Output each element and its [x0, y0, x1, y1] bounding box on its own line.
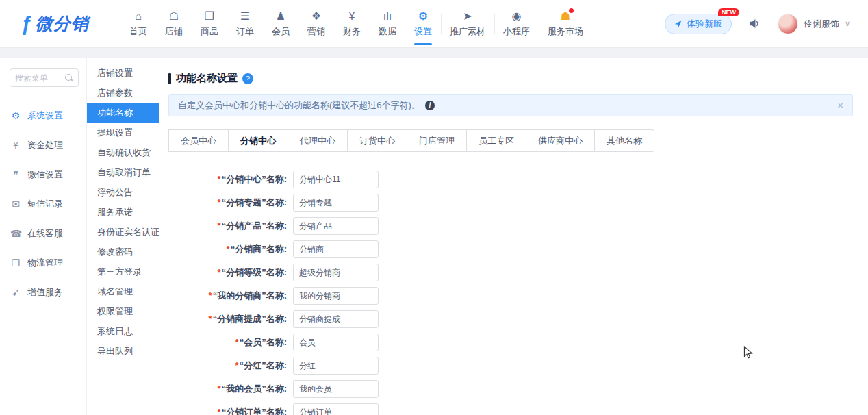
field-input[interactable] — [293, 194, 379, 212]
field-label: *“分销专题”名称: — [168, 197, 293, 209]
members-icon: ♟ — [276, 10, 285, 23]
field-label: *“分销商”名称: — [168, 243, 293, 255]
gear-icon: ⚙ — [10, 110, 21, 121]
field-input[interactable] — [293, 310, 379, 328]
announcement-speaker-icon[interactable] — [748, 18, 761, 29]
submenu-item[interactable]: 导出队列 — [87, 341, 159, 361]
shop-icon: ☖ — [169, 10, 179, 23]
menu-search-box[interactable] — [10, 68, 79, 87]
tab[interactable]: 其他名称 — [594, 129, 654, 152]
field-input[interactable] — [293, 217, 379, 235]
submenu-item[interactable]: 身份证实名认证 — [87, 222, 159, 242]
sidebar-item[interactable]: ☎ 在线客服 — [0, 218, 86, 248]
tab[interactable]: 供应商中心 — [526, 129, 595, 152]
sidebar-item[interactable]: ❐ 物流管理 — [0, 248, 86, 277]
field-input[interactable] — [293, 240, 379, 258]
app-logo[interactable]: ƒ 微分销 — [21, 0, 118, 47]
name-settings-form: *“分销中心”名称: *“分销专题”名称: *“分销产品”名称: *“分销商”名… — [168, 171, 853, 415]
submenu-item[interactable]: 功能名称 — [87, 103, 159, 123]
nav-item[interactable]: ➤ 推广素材 — [441, 0, 494, 47]
nav-item[interactable]: ☰ 订单 — [227, 0, 263, 47]
close-icon[interactable]: × — [837, 99, 843, 111]
field-label-text: “分销专题”名称: — [222, 197, 287, 208]
nav-item[interactable]: ❖ 营销 — [298, 0, 334, 47]
submenu-item-label: 系统日志 — [97, 326, 133, 336]
nav-item[interactable]: ❒ 商品 — [192, 0, 227, 47]
field-label-text: “分销中心”名称: — [222, 174, 287, 184]
nav-item[interactable]: ◉ 小程序 — [494, 0, 539, 47]
sidebar-item[interactable]: ➹ 增值服务 — [0, 277, 86, 307]
nav-item[interactable]: ¥ 财务 — [334, 0, 370, 47]
funds-icon: ¥ — [10, 140, 21, 151]
tab[interactable]: 员工专区 — [466, 129, 526, 152]
nav-item[interactable]: ılı 数据 — [370, 0, 405, 47]
required-mark: * — [235, 360, 239, 370]
field-input[interactable] — [293, 334, 379, 351]
field-label-text: “分销等级”名称: — [222, 267, 287, 277]
sidebar-menu: ⚙ 系统设置 ¥ 资金处理 ❞ 微信设置 ✉ 短信记录 — [0, 101, 86, 307]
submenu-item[interactable]: 服务承诺 — [87, 202, 159, 222]
nav-item[interactable]: ⌂ 首页 — [120, 0, 156, 47]
nav-item[interactable]: ♟ 会员 — [263, 0, 298, 47]
submenu-item[interactable]: 店铺参数 — [87, 83, 159, 103]
info-icon[interactable]: i — [425, 101, 435, 110]
field-input[interactable] — [293, 171, 379, 188]
field-label: *“分销产品”名称: — [168, 220, 293, 232]
nav-item[interactable]: ⚙ 设置 — [405, 0, 441, 47]
info-banner: 自定义会员中心和分销中心的功能名称(建议不超过6个字符)。 i × — [168, 94, 853, 116]
topbar-right: 体验新版 NEW 伶俐服饰 ∨ — [665, 0, 850, 47]
submenu-item-label: 浮动公告 — [97, 187, 133, 197]
submenu-item[interactable]: 系统日志 — [87, 321, 159, 341]
field-label-text: “分红”名称: — [240, 360, 287, 370]
required-mark: * — [227, 244, 230, 254]
field-input[interactable] — [293, 380, 379, 398]
submenu-item[interactable]: 修改密码 — [87, 242, 159, 262]
field-label: *“分销等级”名称: — [168, 266, 293, 279]
submenu-item[interactable]: 自动取消订单 — [87, 162, 159, 182]
sidebar-item[interactable]: ⚙ 系统设置 — [0, 101, 86, 130]
sidebar-item[interactable]: ✉ 短信记录 — [0, 189, 86, 218]
field-input[interactable] — [293, 357, 379, 375]
user-menu[interactable]: 伶俐服饰 ∨ — [778, 14, 850, 34]
required-mark: * — [209, 290, 212, 301]
field-input[interactable] — [293, 287, 379, 305]
tab[interactable]: 订货中心 — [347, 129, 407, 152]
submenu-item-label: 身份证实名认证 — [97, 227, 159, 237]
nav-item[interactable]: ☗ 服务市场 — [539, 0, 592, 47]
tab-label: 门店管理 — [419, 136, 455, 146]
nav-item[interactable]: ☖ 店铺 — [156, 0, 192, 47]
tab-label: 供应商中心 — [538, 136, 583, 146]
submenu-item[interactable]: 自动确认收货 — [87, 142, 159, 162]
help-icon[interactable]: ? — [242, 73, 253, 84]
finance-icon: ¥ — [349, 10, 355, 23]
field-input[interactable] — [293, 403, 379, 415]
required-mark: * — [218, 197, 221, 208]
try-new-version-button[interactable]: 体验新版 NEW — [665, 14, 732, 34]
nav-item-label: 服务市场 — [548, 25, 583, 38]
field-label: *“我的会员”名称: — [168, 383, 293, 395]
submenu-item[interactable]: 权限管理 — [87, 301, 159, 321]
sidebar-item[interactable]: ❞ 微信设置 — [0, 160, 86, 189]
tab[interactable]: 分销中心 — [228, 129, 288, 152]
search-input[interactable] — [15, 73, 62, 83]
submenu-item[interactable]: 店铺设置 — [87, 63, 159, 83]
sidebar-item[interactable]: ¥ 资金处理 — [0, 130, 86, 160]
tab[interactable]: 代理中心 — [288, 129, 348, 152]
orders-icon: ☰ — [240, 10, 250, 23]
try-new-label: 体验新版 — [687, 18, 722, 30]
field-label: *“会员”名称: — [168, 336, 293, 349]
sidebar-item-label: 资金处理 — [27, 139, 63, 151]
field-label: *“分销商提成”名称: — [168, 313, 293, 325]
field-label-text: “会员”名称: — [240, 337, 287, 347]
tab[interactable]: 门店管理 — [407, 129, 467, 152]
submenu-item[interactable]: 提现设置 — [87, 123, 159, 142]
tab[interactable]: 会员中心 — [168, 129, 229, 152]
nav-item-label: 商品 — [201, 25, 218, 38]
goods-icon: ❒ — [205, 10, 214, 23]
submenu-item[interactable]: 浮动公告 — [87, 182, 159, 202]
submenu-item[interactable]: 域名管理 — [87, 281, 159, 301]
submenu-item[interactable]: 第三方登录 — [87, 262, 159, 281]
form-row: *“分销专题”名称: — [168, 194, 853, 212]
submenu-item-label: 域名管理 — [97, 286, 133, 297]
field-input[interactable] — [293, 264, 379, 281]
